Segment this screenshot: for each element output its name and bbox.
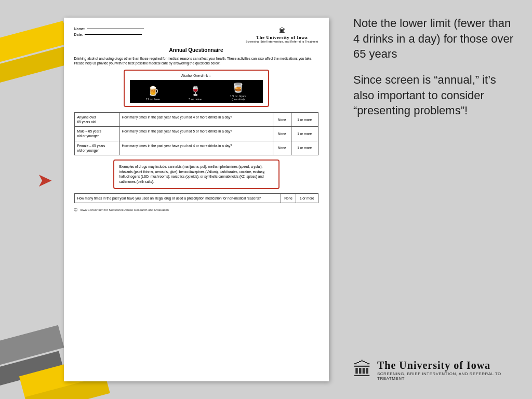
note-text: Note the lower limit (fewer than 4 drink… bbox=[353, 16, 519, 62]
drugs-text: Examples of drugs may include: cannabis … bbox=[119, 165, 265, 183]
bottom-more-cell: 1 or more bbox=[296, 193, 318, 203]
red-arrow-indicator: ➤ bbox=[37, 171, 52, 190]
bottom-university-name: The University of Iowa bbox=[377, 360, 519, 371]
bottom-logo-content: 🏛 The University of Iowa Screening, Brie… bbox=[353, 359, 519, 381]
doc-header-fields: Name: Date: bbox=[74, 27, 144, 43]
drinks-box: Alcohol One drink = 🍺 12 oz. beer 🍷 5 oz… bbox=[124, 70, 269, 107]
drink-beer: 🍺 12 oz. beer bbox=[146, 85, 161, 101]
bottom-question-cell: How many times in the past year have you… bbox=[74, 193, 281, 203]
questionnaire-table: Anyone over65 years old How many times i… bbox=[74, 112, 318, 155]
date-rule bbox=[85, 34, 142, 35]
name-field-row: Name: bbox=[74, 27, 144, 31]
drinks-images: 🍺 12 oz. beer 🍷 5 oz. wine 🥃 1.5 oz. liq… bbox=[130, 80, 263, 103]
table-row: Anyone over65 years old How many times i… bbox=[74, 113, 318, 127]
table-row: Male – 65 yearsold or younger How many t… bbox=[74, 127, 318, 141]
document-area: ➤ Name: Date: 🏛 The Universi bbox=[0, 0, 348, 399]
doc-footer: © Iowa Consortium for Substance Abuse Re… bbox=[74, 207, 318, 212]
building-icon-top: 🏛 bbox=[279, 27, 285, 34]
table-row: How many times in the past year have you… bbox=[74, 193, 318, 203]
right-text-content: Note the lower limit (fewer than 4 drink… bbox=[353, 16, 519, 118]
slide-container: ➤ Name: Date: 🏛 The Universi bbox=[0, 0, 532, 399]
more-cell-1: 1 or more bbox=[291, 113, 318, 127]
footer-text: Iowa Consortium for Substance Abuse Rese… bbox=[80, 208, 169, 211]
university-logo-top: 🏛 The University of Iowa Screening, Brie… bbox=[246, 27, 318, 43]
drink-wine: 🍷 5 oz. wine bbox=[189, 85, 202, 101]
date-label: Date: bbox=[74, 33, 83, 36]
group-cell-3: Female – 65 yearsold or younger bbox=[74, 141, 119, 155]
question-cell-3: How many times in the past year have you… bbox=[119, 141, 273, 155]
copyright-icon: © bbox=[74, 207, 78, 212]
building-icon-bottom: 🏛 bbox=[353, 359, 372, 381]
more-cell-2: 1 or more bbox=[291, 127, 318, 141]
question-cell-1: How many times in the past year have you… bbox=[119, 113, 273, 127]
beer-caption: 12 oz. beer bbox=[146, 98, 161, 101]
bottom-logo: 🏛 The University of Iowa Screening, Brie… bbox=[353, 359, 519, 389]
doc-title: Annual Questionnaire bbox=[74, 47, 318, 53]
name-rule bbox=[87, 29, 144, 29]
drugs-box: Examples of drugs may include: cannabis … bbox=[113, 159, 280, 189]
more-cell-3: 1 or more bbox=[291, 141, 318, 155]
wine-icon: 🍷 bbox=[190, 85, 201, 97]
group-cell-1: Anyone over65 years old bbox=[74, 113, 119, 127]
bottom-table: How many times in the past year have you… bbox=[74, 193, 318, 203]
table-row: Female – 65 yearsold or younger How many… bbox=[74, 141, 318, 155]
university-name-top: The University of Iowa bbox=[256, 35, 308, 40]
doc-header: Name: Date: 🏛 The University of Iowa Scr… bbox=[74, 27, 318, 43]
question-cell-2: How many times in the past year have you… bbox=[119, 127, 273, 141]
drink-liquor: 🥃 1.5 oz. liquor(one shot) bbox=[230, 82, 247, 101]
drinks-label: Alcohol One drink = bbox=[130, 74, 263, 77]
right-text-panel: Note the lower limit (fewer than 4 drink… bbox=[348, 0, 532, 399]
wine-caption: 5 oz. wine bbox=[189, 98, 202, 101]
none-cell-1: None bbox=[273, 113, 291, 127]
group-cell-2: Male – 65 yearsold or younger bbox=[74, 127, 119, 141]
bottom-none-cell: None bbox=[281, 193, 296, 203]
annual-questionnaire-document: ➤ Name: Date: 🏛 The Universi bbox=[64, 18, 329, 381]
university-subtitle-top: Screening, Brief Intervention, and Refer… bbox=[246, 40, 318, 43]
beer-icon: 🍺 bbox=[148, 85, 159, 97]
doc-intro: Drinking alcohol and using drugs other t… bbox=[74, 56, 318, 65]
since-text: Since screen is “annual,” it’s also impo… bbox=[353, 72, 519, 118]
none-cell-3: None bbox=[273, 141, 291, 155]
liquor-icon: 🥃 bbox=[232, 82, 244, 94]
date-field-row: Date: bbox=[74, 33, 144, 36]
name-label: Name: bbox=[74, 27, 85, 31]
bottom-logo-text: The University of Iowa Screening, Brief … bbox=[377, 360, 519, 381]
liquor-caption: 1.5 oz. liquor(one shot) bbox=[230, 95, 247, 101]
bottom-university-subtitle: Screening, Brief Intervention, and Refer… bbox=[377, 371, 519, 381]
none-cell-2: None bbox=[273, 127, 291, 141]
doc-header-logo: 🏛 The University of Iowa Screening, Brie… bbox=[246, 27, 318, 43]
